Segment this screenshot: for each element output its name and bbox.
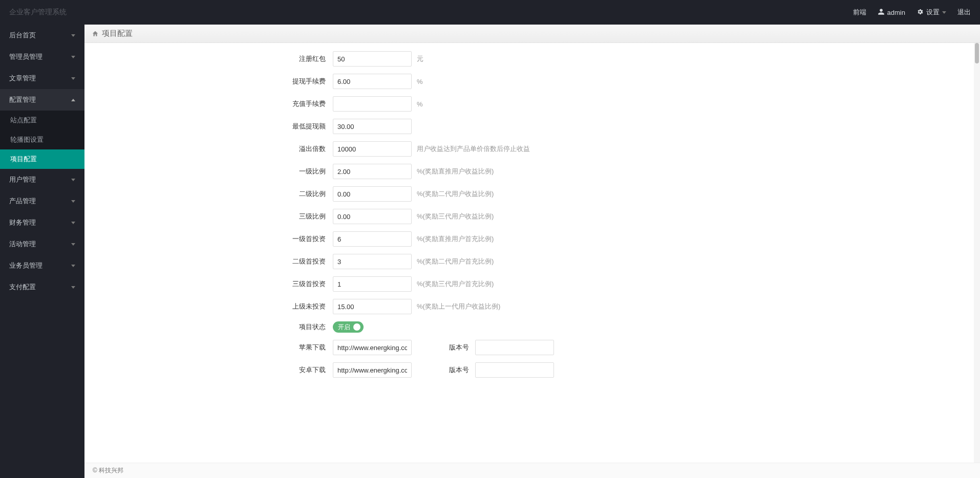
row-first3: 三级首投资 %(奖励三代用户首充比例) bbox=[84, 276, 980, 292]
label-android-dl: 安卓下载 bbox=[84, 365, 333, 375]
top-header: 企业客户管理系统 前端 admin 设置 退出 bbox=[0, 0, 980, 25]
gear-icon bbox=[917, 8, 924, 17]
hint-ratio1: %(奖励直推用户收益比例) bbox=[417, 167, 494, 176]
input-android-dl[interactable] bbox=[333, 362, 412, 378]
sidebar-item-payment[interactable]: 支付配置 bbox=[0, 276, 84, 298]
sidebar-item-label: 文章管理 bbox=[9, 74, 36, 83]
user-menu[interactable]: admin bbox=[878, 8, 905, 17]
hint-overflow-multi: 用户收益达到产品单价倍数后停止收益 bbox=[417, 144, 530, 154]
label-register-bonus: 注册红包 bbox=[84, 54, 333, 63]
chevron-down-icon bbox=[71, 34, 75, 37]
hint-ratio2: %(奖励二代用户收益比例) bbox=[417, 189, 494, 199]
sidebar-item-label: 财务管理 bbox=[9, 218, 36, 227]
sidebar-item-label: 产品管理 bbox=[9, 197, 36, 206]
status-switch[interactable]: 开启 bbox=[333, 321, 364, 333]
row-up-noinvest: 上级未投资 %(奖励上一代用户收益比例) bbox=[84, 299, 980, 314]
sidebar-sub-label: 项目配置 bbox=[10, 155, 37, 163]
label-min-withdraw: 最低提现额 bbox=[84, 122, 333, 131]
input-apple-dl[interactable] bbox=[333, 340, 412, 355]
main-panel: 项目配置 注册红包 元 提现手续费 % 充值手续费 % 最低提现额 bbox=[84, 25, 980, 478]
chevron-down-icon bbox=[71, 56, 75, 58]
input-first3[interactable] bbox=[333, 276, 412, 292]
user-icon bbox=[878, 8, 885, 17]
sidebar-item-dashboard[interactable]: 后台首页 bbox=[0, 25, 84, 46]
row-android-dl: 安卓下载 版本号 bbox=[84, 362, 980, 378]
chevron-down-icon bbox=[71, 77, 75, 80]
row-ratio2: 二级比例 %(奖励二代用户收益比例) bbox=[84, 186, 980, 202]
sidebar-item-label: 业务员管理 bbox=[9, 261, 42, 270]
sidebar-item-finance[interactable]: 财务管理 bbox=[0, 212, 84, 233]
sidebar-item-activity[interactable]: 活动管理 bbox=[0, 233, 84, 255]
label-status: 项目状态 bbox=[84, 322, 333, 332]
hint-ratio3: %(奖励三代用户收益比例) bbox=[417, 212, 494, 221]
vertical-scrollbar[interactable] bbox=[974, 43, 980, 478]
row-overflow-multi: 溢出倍数 用户收益达到产品单价倍数后停止收益 bbox=[84, 141, 980, 157]
sidebar-item-label: 支付配置 bbox=[9, 283, 36, 292]
sidebar-item-article[interactable]: 文章管理 bbox=[0, 68, 84, 89]
label-apple-version: 版本号 bbox=[423, 343, 469, 352]
sidebar-sub-site-config[interactable]: 站点配置 bbox=[0, 111, 84, 130]
home-icon bbox=[92, 30, 99, 37]
hint-first2: %(奖励二代用户首充比例) bbox=[417, 257, 494, 266]
label-first3: 三级首投资 bbox=[84, 279, 333, 289]
label-ratio2: 二级比例 bbox=[84, 189, 333, 199]
breadcrumb: 项目配置 bbox=[84, 25, 980, 43]
sidebar-submenu-config: 站点配置 轮播图设置 项目配置 bbox=[0, 111, 84, 169]
sidebar-item-label: 管理员管理 bbox=[9, 52, 42, 61]
chevron-down-icon bbox=[71, 222, 75, 224]
row-recharge-fee: 充值手续费 % bbox=[84, 96, 980, 112]
hint-first1: %(奖励直推用户首充比例) bbox=[417, 234, 494, 244]
input-ratio2[interactable] bbox=[333, 186, 412, 202]
sidebar-item-admin[interactable]: 管理员管理 bbox=[0, 46, 84, 68]
sidebar-item-user[interactable]: 用户管理 bbox=[0, 169, 84, 190]
hint-withdraw-fee: % bbox=[417, 78, 423, 85]
chevron-down-icon bbox=[942, 11, 946, 14]
input-ratio3[interactable] bbox=[333, 209, 412, 224]
chevron-down-icon bbox=[71, 286, 75, 289]
input-first1[interactable] bbox=[333, 231, 412, 247]
label-overflow-multi: 溢出倍数 bbox=[84, 144, 333, 154]
frontend-link[interactable]: 前端 bbox=[853, 8, 866, 17]
label-first2: 二级首投资 bbox=[84, 257, 333, 266]
sidebar-sub-carousel[interactable]: 轮播图设置 bbox=[0, 130, 84, 149]
label-android-version: 版本号 bbox=[423, 365, 469, 375]
input-register-bonus[interactable] bbox=[333, 51, 412, 67]
row-ratio1: 一级比例 %(奖励直推用户收益比例) bbox=[84, 164, 980, 179]
settings-label: 设置 bbox=[926, 8, 940, 17]
input-overflow-multi[interactable] bbox=[333, 141, 412, 157]
label-up-noinvest: 上级未投资 bbox=[84, 302, 333, 311]
chevron-down-icon bbox=[71, 200, 75, 203]
sidebar-item-label: 用户管理 bbox=[9, 175, 36, 184]
input-ratio1[interactable] bbox=[333, 164, 412, 179]
hint-register-bonus: 元 bbox=[417, 54, 423, 63]
row-status: 项目状态 开启 bbox=[84, 321, 980, 333]
chevron-down-icon bbox=[71, 243, 75, 246]
input-android-version[interactable] bbox=[475, 362, 554, 378]
row-first1: 一级首投资 %(奖励直推用户首充比例) bbox=[84, 231, 980, 247]
switch-knob bbox=[353, 323, 360, 331]
user-label: admin bbox=[887, 9, 905, 16]
input-up-noinvest[interactable] bbox=[333, 299, 412, 314]
row-min-withdraw: 最低提现额 bbox=[84, 119, 980, 134]
content-area: 注册红包 元 提现手续费 % 充值手续费 % 最低提现额 溢出倍数 bbox=[84, 43, 980, 478]
input-min-withdraw[interactable] bbox=[333, 119, 412, 134]
row-apple-dl: 苹果下载 版本号 bbox=[84, 340, 980, 355]
sidebar-item-sales[interactable]: 业务员管理 bbox=[0, 255, 84, 276]
label-ratio3: 三级比例 bbox=[84, 212, 333, 221]
sidebar-item-product[interactable]: 产品管理 bbox=[0, 190, 84, 212]
label-ratio1: 一级比例 bbox=[84, 167, 333, 176]
input-first2[interactable] bbox=[333, 254, 412, 269]
sidebar-item-config[interactable]: 配置管理 bbox=[0, 89, 84, 111]
scrollbar-thumb[interactable] bbox=[975, 43, 979, 63]
input-recharge-fee[interactable] bbox=[333, 96, 412, 112]
logout-link[interactable]: 退出 bbox=[957, 8, 971, 17]
input-withdraw-fee[interactable] bbox=[333, 74, 412, 89]
sidebar-sub-project-config[interactable]: 项目配置 bbox=[0, 149, 84, 169]
brand-label: 企业客户管理系统 bbox=[9, 8, 67, 17]
chevron-down-icon bbox=[71, 179, 75, 181]
frontend-label: 前端 bbox=[853, 8, 866, 17]
sidebar-sub-label: 轮播图设置 bbox=[10, 136, 44, 143]
settings-menu[interactable]: 设置 bbox=[917, 8, 946, 17]
sidebar-item-label: 配置管理 bbox=[9, 95, 36, 104]
input-apple-version[interactable] bbox=[475, 340, 554, 355]
